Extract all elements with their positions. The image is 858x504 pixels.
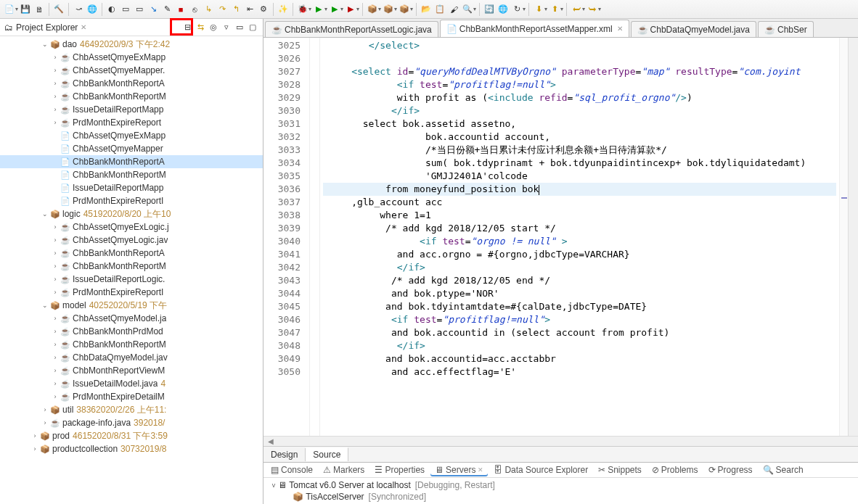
code-line[interactable]: </if> — [323, 104, 836, 117]
search-icon[interactable]: 🔍 — [461, 3, 474, 16]
disconnect-icon[interactable]: ⎋ — [188, 3, 201, 16]
save-all-icon[interactable]: 🗎 — [33, 3, 46, 16]
tree-item[interactable]: ›☕ChbBankMonthReportA — [0, 247, 263, 260]
code-line[interactable]: <if test="profitflag!=null"> — [323, 313, 836, 326]
step-return-icon[interactable]: ↰ — [229, 3, 242, 16]
code-line[interactable]: where 1=1 — [323, 209, 836, 222]
code-line[interactable]: and bok.tdyintamtdate=#{calDate,jdbcType… — [323, 300, 836, 313]
folding-column[interactable] — [310, 38, 320, 436]
code-line[interactable]: /*当日份额+当日累计未付应计利息余额+当日待清算款*/ — [323, 144, 836, 157]
fold-marker[interactable] — [310, 248, 319, 261]
vertical-scrollbar[interactable] — [848, 38, 858, 436]
module-name[interactable]: TisAccelServer — [306, 492, 364, 502]
tree-item[interactable]: ›☕ChbDataQmyeModel.jav — [0, 351, 263, 364]
fold-marker[interactable] — [310, 117, 319, 131]
code-content[interactable]: </select> <select id="queryMofdDealMTVBy… — [320, 38, 839, 436]
tree-item[interactable]: ›☕ChbAssetQmyeLogic.jav — [0, 234, 263, 247]
tree-item[interactable]: ⌄📦dao46492020/9/3 下午2:42 — [0, 38, 263, 51]
run-last-icon[interactable]: ▶ — [328, 3, 341, 16]
code-line[interactable]: ,glb_account acc — [323, 196, 836, 209]
code-line[interactable] — [323, 52, 836, 65]
bottom-tab-search[interactable]: 🔍Search — [759, 463, 808, 476]
fold-marker[interactable] — [310, 39, 319, 52]
fold-marker[interactable] — [310, 104, 319, 117]
tree-item[interactable]: ›☕PrdMonthExpireReport — [0, 116, 263, 129]
tree-item[interactable]: 📄IssueDetailReportMapp — [0, 181, 263, 194]
tree-item[interactable]: 📄ChbBankMonthReportA — [0, 155, 263, 168]
bottom-tab-servers[interactable]: 🖥Servers✕ — [430, 463, 488, 476]
tree-item[interactable]: ›☕IssueDetailReportLogic. — [0, 273, 263, 286]
tree-item[interactable]: ›☕IssueDetailModel.java4 — [0, 377, 263, 390]
fold-marker[interactable] — [310, 352, 319, 365]
forward-icon[interactable]: ⮩ — [586, 3, 599, 16]
build-icon[interactable]: 🔨 — [52, 3, 65, 16]
fold-marker[interactable] — [310, 339, 319, 352]
code-line[interactable]: and acc.effectflag='E' — [323, 365, 836, 379]
servers-view-body[interactable]: v🖥 Tomcat v6.0 Server at localhost[Debug… — [263, 478, 858, 504]
fold-marker[interactable] — [310, 235, 319, 248]
fold-marker[interactable] — [310, 170, 319, 183]
close-icon[interactable]: ✕ — [81, 23, 86, 31]
tree-item[interactable]: ›☕PrdMonthExpireReportI — [0, 286, 263, 299]
tree-item[interactable]: ›☕ChbBankMonthReportM — [0, 260, 263, 273]
editor-tab[interactable]: ☕ChbSer — [758, 21, 814, 37]
skip-icon[interactable]: ⤻ — [72, 3, 85, 16]
tree-item[interactable]: ›☕PrdMonthExpireDetailM — [0, 390, 263, 403]
tree-item[interactable]: ⌄📦logic45192020/8/20 上午10 — [0, 207, 263, 220]
fold-marker[interactable] — [310, 365, 319, 379]
tree-item[interactable]: ›☕ChbBankMonthReportM — [0, 90, 263, 103]
code-line[interactable]: <if test="profitflag!=null"> — [323, 78, 836, 91]
code-line[interactable]: <select id="queryMofdDealMTVByOrgno" par… — [323, 65, 836, 78]
code-line[interactable]: select bok.assetid assetno, — [323, 117, 836, 131]
link-editor-icon[interactable]: ⇆ — [195, 22, 206, 33]
fold-marker[interactable] — [310, 274, 319, 287]
tree-item[interactable]: ›📦productcollection30732019/8 — [0, 442, 263, 455]
fold-marker[interactable] — [310, 300, 319, 313]
fold-marker[interactable] — [310, 196, 319, 209]
bottom-tab-data-source-explorer[interactable]: 🗄Data Source Explorer — [489, 463, 592, 476]
code-line[interactable]: 'GMJJ2401A'colcode — [323, 170, 836, 183]
panel1-icon[interactable]: ▭ — [119, 3, 132, 16]
cursor-icon[interactable]: ↘ — [147, 3, 160, 16]
brush-icon[interactable]: 🖌 — [447, 3, 460, 16]
ext-tools-icon[interactable]: ▶ — [344, 3, 357, 16]
fold-marker[interactable] — [310, 222, 319, 235]
fold-marker[interactable] — [310, 78, 319, 91]
fold-marker[interactable] — [310, 183, 319, 196]
bottom-tab-console[interactable]: ▤Console — [266, 463, 317, 476]
project-tree[interactable]: ⌄📦dao46492020/9/3 下午2:42›☕ChbAssetQmyeEx… — [0, 36, 263, 504]
code-line[interactable]: <if test="orgno != null" > — [323, 235, 836, 248]
fold-marker[interactable] — [310, 52, 319, 65]
close-icon[interactable]: ✕ — [478, 466, 483, 474]
open-task-icon[interactable]: 📋 — [433, 3, 446, 16]
run-icon[interactable]: ▶ — [312, 3, 325, 16]
refresh-icon[interactable]: ↻ — [510, 3, 523, 16]
tree-item[interactable]: ›☕ChbAssetQmyeMapper. — [0, 64, 263, 77]
tree-item[interactable]: ›📦prod46152020/8/31 下午3:59 — [0, 429, 263, 442]
fold-marker[interactable] — [310, 261, 319, 274]
tree-item[interactable]: ›☕ChbAssetQmyeExLogic.j — [0, 220, 263, 234]
editor-tab[interactable]: ☕ChbBankMonthReportAssetLogic.java — [265, 21, 438, 37]
fold-marker[interactable] — [310, 326, 319, 339]
tree-item[interactable]: 📄ChbAssetQmyeExMapp — [0, 129, 263, 142]
fold-marker[interactable] — [310, 144, 319, 157]
save-icon[interactable]: 💾 — [19, 3, 32, 16]
stop-icon[interactable]: ■ — [174, 3, 187, 16]
fold-marker[interactable] — [310, 65, 319, 78]
view-menu-icon[interactable]: ▿ — [221, 22, 232, 33]
toggle-breakpoint-icon[interactable]: ◐ — [105, 3, 118, 16]
design-tab[interactable]: Design — [263, 448, 306, 461]
prev-annotation-icon[interactable]: ⬇ — [532, 3, 545, 16]
fold-marker[interactable] — [310, 287, 319, 300]
code-line[interactable]: and acc.orgno = #{orgno,jdbcType=VARCHAR… — [323, 248, 836, 261]
code-line[interactable]: and bok.accountid=acc.acctabbr — [323, 352, 836, 365]
new-type-icon[interactable]: 📦 — [398, 3, 411, 16]
tree-item[interactable]: ⌄📦model40252020/5/19 下午 — [0, 299, 263, 312]
edit-icon[interactable]: ✎ — [160, 3, 173, 16]
tree-item[interactable]: ›☕package-info.java392018/ — [0, 416, 263, 429]
source-tab[interactable]: Source — [306, 447, 348, 461]
bottom-tab-markers[interactable]: ⚠Markers — [319, 463, 369, 476]
tree-item[interactable]: 📄PrdMonthExpireReportI — [0, 194, 263, 207]
globe-icon[interactable]: 🌐 — [86, 3, 99, 16]
new-class-icon[interactable]: 📦 — [382, 3, 395, 16]
